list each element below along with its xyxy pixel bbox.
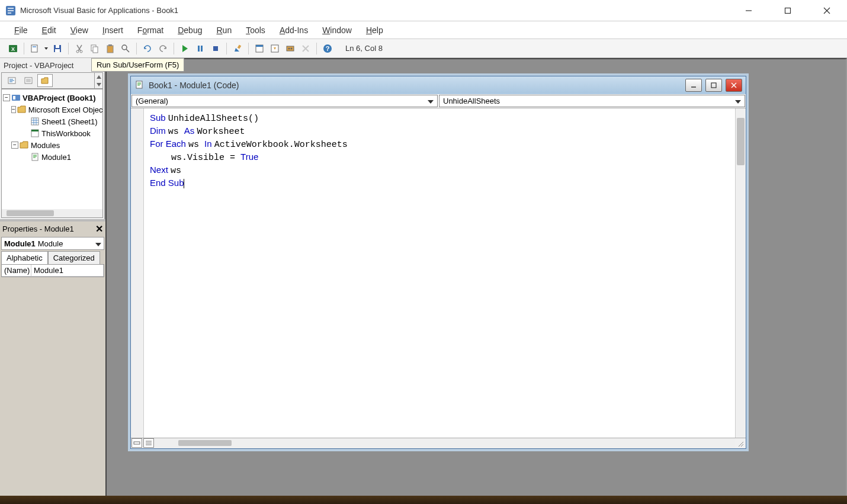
tree-root[interactable]: − VBAProject (Book1) [3, 92, 101, 104]
properties-object-dropdown[interactable]: Module1 Module [1, 237, 104, 250]
close-button[interactable] [814, 2, 840, 20]
tree-module1[interactable]: Module1 [3, 151, 101, 163]
workbook-icon [30, 129, 40, 138]
module-icon [30, 152, 40, 162]
menu-view[interactable]: View [65, 23, 94, 37]
properties-window-icon[interactable] [268, 41, 282, 56]
procedure-dropdown[interactable]: UnhideAllSheets [439, 95, 745, 107]
expander-icon[interactable]: − [11, 142, 18, 149]
copy-icon[interactable] [88, 41, 102, 56]
view-code-icon[interactable] [4, 74, 20, 87]
property-value[interactable]: Module1 [31, 265, 104, 277]
code-editor[interactable]: Sub UnhideAllSheets() Dim ws As Workshee… [144, 108, 735, 438]
folder-icon [17, 105, 27, 114]
paste-icon[interactable] [103, 41, 117, 56]
redo-icon[interactable] [156, 41, 170, 56]
dropdown-arrow-icon [428, 97, 434, 105]
svg-point-29 [291, 47, 293, 49]
tree-hscrollbar[interactable] [2, 209, 102, 217]
toolbar-separator [24, 43, 24, 54]
property-row[interactable]: (Name) Module1 [2, 265, 104, 277]
properties-close-icon[interactable]: ✕ [95, 223, 103, 235]
menu-run[interactable]: Run [210, 23, 238, 37]
toolbox-icon[interactable] [299, 41, 313, 56]
menu-help[interactable]: Help [360, 23, 389, 37]
cut-icon[interactable] [72, 41, 86, 56]
menu-window[interactable]: Window [316, 23, 358, 37]
mdi-workspace: Book1 - Module1 (Code) (General) UnhideA… [105, 58, 847, 504]
menu-insert[interactable]: Insert [97, 23, 129, 37]
full-module-view-icon[interactable] [143, 438, 154, 448]
save-icon[interactable] [50, 41, 65, 56]
dropdown-arrow-icon [95, 239, 101, 248]
tree-excel-objects[interactable]: − Microsoft Excel Objects [3, 104, 101, 115]
svg-rect-20 [198, 46, 200, 52]
toolbar-separator [248, 43, 249, 54]
code-maximize-button[interactable] [705, 79, 722, 92]
maximize-button[interactable] [775, 2, 801, 20]
break-icon[interactable] [193, 41, 207, 56]
resize-grip-icon[interactable] [735, 438, 746, 449]
props-object-name: Module1 [4, 239, 36, 248]
menu-format[interactable]: Format [131, 23, 169, 37]
code-margin[interactable] [131, 108, 144, 438]
code-close-button[interactable] [726, 79, 742, 92]
code-window-titlebar[interactable]: Book1 - Module1 (Code) [131, 76, 746, 94]
folder-icon [20, 140, 29, 150]
toolbar-separator [316, 43, 317, 54]
project-explorer-icon[interactable] [252, 41, 267, 56]
svg-rect-40 [32, 153, 38, 160]
properties-grid[interactable]: (Name) Module1 [1, 264, 104, 277]
svg-point-18 [122, 45, 127, 50]
menu-tools[interactable]: Tools [240, 23, 271, 37]
design-mode-icon[interactable] [230, 41, 245, 56]
tree-thisworkbook-label: ThisWorkbook [41, 129, 91, 138]
find-icon[interactable] [118, 41, 133, 56]
tree-root-label: VBAProject (Book1) [23, 94, 96, 102]
tree-thisworkbook[interactable]: ThisWorkbook [3, 127, 101, 139]
svg-rect-7 [31, 45, 37, 52]
props-object-type: Module [38, 239, 63, 248]
tree-modules[interactable]: − Modules [3, 139, 101, 151]
svg-rect-25 [256, 45, 263, 47]
svg-rect-10 [56, 45, 59, 48]
run-icon[interactable] [178, 41, 192, 56]
scope-dropdown[interactable]: (General) [131, 95, 438, 107]
menu-addins[interactable]: Add-Ins [274, 23, 314, 37]
code-minimize-button[interactable] [685, 79, 702, 92]
tree-sheet1[interactable]: Sheet1 (Sheet1) [3, 115, 101, 127]
view-object-icon[interactable] [21, 74, 36, 87]
code-vscrollbar[interactable] [735, 108, 746, 438]
expander-icon[interactable]: − [11, 106, 16, 113]
toggle-folders-icon[interactable] [37, 74, 53, 87]
help-icon[interactable]: ? [320, 41, 335, 56]
expander-icon[interactable]: − [3, 94, 10, 101]
panel-scroll-up-icon[interactable] [95, 73, 102, 81]
procedure-view-icon[interactable] [131, 438, 142, 448]
properties-panel: Properties - Module1 ✕ Module1 Module Al… [0, 219, 105, 493]
menu-file[interactable]: File [8, 23, 34, 37]
insert-dropdown-icon[interactable] [43, 46, 49, 51]
tab-alphabetic[interactable]: Alphabetic [1, 251, 48, 264]
app-titlebar: Microsoft Visual Basic for Applications … [0, 0, 847, 21]
view-excel-icon[interactable]: X [6, 41, 20, 56]
svg-rect-21 [201, 46, 203, 52]
project-panel-title: Project - VBAProject [0, 58, 104, 72]
code-hscrollbar[interactable] [155, 438, 735, 448]
svg-rect-39 [31, 130, 38, 131]
svg-line-19 [126, 49, 129, 52]
insert-module-icon[interactable] [28, 41, 42, 56]
undo-icon[interactable] [140, 41, 155, 56]
project-tree[interactable]: − VBAProject (Book1) − Microsoft Excel O… [1, 89, 103, 218]
module-icon [134, 80, 145, 91]
reset-icon[interactable] [208, 41, 223, 56]
tab-categorized[interactable]: Categorized [48, 251, 100, 264]
tree-module1-label: Module1 [41, 153, 71, 162]
minimize-button[interactable] [736, 2, 762, 20]
menu-edit[interactable]: Edit [36, 23, 62, 37]
panel-scroll-down-icon[interactable] [95, 81, 102, 88]
svg-rect-34 [26, 79, 31, 82]
menu-debug[interactable]: Debug [172, 23, 208, 37]
vbaproject-icon [11, 93, 21, 102]
object-browser-icon[interactable] [283, 41, 297, 56]
